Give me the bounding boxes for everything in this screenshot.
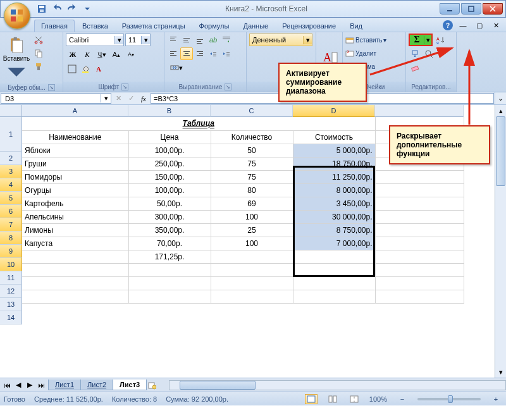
- col-header-e[interactable]: [375, 105, 464, 117]
- zoom-out-button[interactable]: −: [396, 394, 409, 404]
- cell[interactable]: 3 450,00р.: [293, 197, 375, 210]
- chevron-down-icon[interactable]: ▾: [101, 94, 111, 102]
- copy-button[interactable]: [32, 47, 45, 59]
- tab-data[interactable]: Данные: [237, 20, 275, 32]
- cell[interactable]: 69: [211, 197, 293, 210]
- minimize-button[interactable]: [440, 3, 460, 15]
- cell[interactable]: Капуста: [22, 237, 128, 250]
- scrollbar-thumb[interactable]: [180, 381, 256, 390]
- cell-header-cost[interactable]: Стоимость: [293, 130, 375, 144]
- cell[interactable]: 8 750,00р.: [293, 223, 375, 237]
- name-box[interactable]: D3 ▾: [1, 93, 111, 104]
- qat-save[interactable]: [36, 3, 47, 15]
- row-header-14[interactable]: 14: [0, 311, 22, 324]
- row-header-13[interactable]: 13: [0, 298, 22, 311]
- row-header-10[interactable]: 10: [0, 258, 22, 271]
- align-launcher[interactable]: ↘: [225, 83, 231, 90]
- font-family-combo[interactable]: Calibri▾: [66, 34, 124, 46]
- enter-formula-button[interactable]: ✓: [125, 92, 137, 104]
- tab-formulas[interactable]: Формулы: [193, 20, 236, 32]
- cell[interactable]: 350,00р.: [128, 223, 211, 237]
- view-page-layout-button[interactable]: [326, 394, 339, 404]
- align-bottom-button[interactable]: [194, 34, 206, 46]
- view-normal-button[interactable]: [305, 394, 318, 404]
- cell[interactable]: Помидоры: [22, 170, 128, 183]
- font-color-button[interactable]: A: [92, 63, 105, 75]
- cell[interactable]: 25: [211, 223, 293, 237]
- cell[interactable]: 100,00р.: [128, 183, 211, 197]
- cell-header-price[interactable]: Цена: [128, 130, 211, 144]
- qat-customize[interactable]: [82, 3, 93, 15]
- row-header-5[interactable]: 5: [0, 192, 22, 205]
- merge-center-button[interactable]: ▾: [167, 61, 186, 74]
- fill-color-button[interactable]: [79, 63, 92, 75]
- grow-font-button[interactable]: A▴: [109, 48, 123, 61]
- office-button[interactable]: [4, 3, 30, 29]
- align-middle-button[interactable]: [180, 34, 193, 46]
- sort-filter-button[interactable]: Aя: [434, 34, 447, 46]
- format-painter-button[interactable]: [32, 60, 45, 73]
- sheet-tab-2[interactable]: Лист2: [80, 380, 113, 390]
- tab-view[interactable]: Вид: [343, 20, 369, 32]
- wrap-text-button[interactable]: [220, 34, 233, 46]
- select-all-corner[interactable]: [0, 105, 22, 117]
- ribbon-minimize-window[interactable]: —: [457, 19, 469, 32]
- sheet-tab-3[interactable]: Лист3: [113, 380, 147, 390]
- cell[interactable]: 80: [211, 183, 293, 197]
- bold-button[interactable]: Ж: [66, 48, 80, 61]
- cell[interactable]: 75: [211, 170, 293, 183]
- cell[interactable]: Груши: [22, 157, 128, 170]
- cell-title[interactable]: Таблица: [22, 117, 375, 130]
- delete-cells-button[interactable]: Удалит: [345, 47, 376, 59]
- cell[interactable]: 75: [211, 157, 293, 170]
- clear-button[interactable]: [409, 61, 421, 74]
- cell[interactable]: 5 000,00р.: [293, 144, 375, 157]
- row-header-7[interactable]: 7: [0, 218, 22, 232]
- orientation-button[interactable]: ab: [207, 34, 219, 46]
- autosum-dropdown[interactable]: ▾: [424, 36, 431, 44]
- col-header-c[interactable]: C: [211, 105, 293, 117]
- underline-button[interactable]: Ч▾: [95, 48, 109, 61]
- number-format-combo[interactable]: Денежный▾: [249, 34, 312, 46]
- col-header-a[interactable]: A: [22, 105, 128, 117]
- vertical-scrollbar[interactable]: ▴ ▾: [495, 105, 506, 378]
- sheet-tab-1[interactable]: Лист1: [48, 380, 81, 390]
- tab-nav-prev[interactable]: ◀: [13, 380, 24, 391]
- font-launcher[interactable]: ↘: [121, 83, 128, 90]
- increase-indent-button[interactable]: [220, 47, 233, 60]
- row-header-2[interactable]: 2: [0, 152, 22, 165]
- tab-home[interactable]: Главная: [34, 20, 75, 32]
- border-button[interactable]: [66, 63, 78, 75]
- row-header-6[interactable]: 6: [0, 205, 22, 218]
- font-size-combo[interactable]: 11▾: [125, 34, 151, 46]
- row-header-3[interactable]: 3: [0, 165, 22, 178]
- cell[interactable]: Огурцы: [22, 183, 128, 197]
- tab-nav-next[interactable]: ▶: [24, 380, 35, 391]
- cell[interactable]: 70,00р.: [128, 237, 211, 250]
- cell[interactable]: Апельсины: [22, 210, 128, 223]
- ribbon-restore-window[interactable]: ▢: [473, 19, 486, 32]
- cell[interactable]: 250,00р.: [128, 157, 211, 170]
- cell[interactable]: 100: [211, 210, 293, 223]
- cell-header-qty[interactable]: Количество: [211, 130, 293, 144]
- cell[interactable]: 8 000,00р.: [293, 183, 375, 197]
- decrease-indent-button[interactable]: [207, 47, 219, 60]
- italic-button[interactable]: К: [80, 48, 94, 61]
- cell-header-name[interactable]: Наименование: [22, 130, 128, 144]
- cell[interactable]: 100,00р.: [128, 144, 211, 157]
- cell[interactable]: 50,00р.: [128, 197, 211, 210]
- cell[interactable]: 7 000,00р.: [293, 237, 375, 250]
- cell[interactable]: [293, 250, 375, 263]
- cell[interactable]: 100: [211, 237, 293, 250]
- zoom-in-button[interactable]: +: [490, 394, 502, 404]
- row-header-11[interactable]: 11: [0, 271, 22, 285]
- tab-page-layout[interactable]: Разметка страницы: [116, 20, 192, 32]
- clipboard-launcher[interactable]: ↘: [48, 84, 55, 91]
- qat-redo[interactable]: [66, 3, 78, 15]
- shrink-font-button[interactable]: A▾: [124, 48, 138, 61]
- align-top-button[interactable]: [167, 34, 180, 46]
- ribbon-close-window[interactable]: ✕: [490, 19, 502, 32]
- col-header-b[interactable]: B: [128, 105, 211, 117]
- qat-undo[interactable]: [51, 3, 63, 15]
- row-header-1[interactable]: 1: [0, 117, 22, 152]
